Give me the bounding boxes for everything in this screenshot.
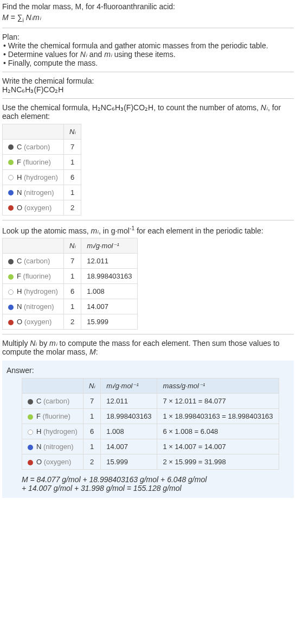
n-cell: 7 (83, 394, 100, 409)
element-cell: N (nitrogen) (3, 299, 64, 314)
n-cell: 6 (83, 424, 100, 439)
element-swatch-icon (28, 445, 33, 450)
element-swatch-icon (28, 460, 33, 465)
element-swatch-icon (8, 144, 14, 150)
divider (2, 334, 294, 334)
mult-colon: : (96, 348, 98, 356)
m-cell: 14.007 (81, 299, 138, 314)
element-swatch-icon (8, 205, 14, 211)
mass-cell: 1 × 14.007 = 14.007 (157, 439, 279, 454)
element-cell: C (carbon) (22, 394, 83, 409)
plan-b2-n: Nᵢ (80, 50, 87, 59)
element-swatch-icon (8, 320, 14, 325)
lookup-mi: mᵢ (91, 226, 99, 235)
divider (2, 72, 294, 72)
element-cell: C (carbon) (3, 139, 64, 154)
count-atoms: Use the chemical formula, H₂NC₆H₃(F)CO₂H… (2, 103, 294, 216)
divider (2, 98, 294, 99)
table-row: F (fluorine)118.9984031631 × 18.99840316… (22, 409, 279, 424)
n-cell: 1 (63, 154, 81, 169)
plan-b1: • Write the chemical formula and gather … (3, 41, 294, 50)
element-swatch-icon (8, 175, 14, 180)
n-cell: 7 (63, 139, 81, 154)
plan-b2-pre: • Determine values for (3, 50, 80, 59)
element-swatch-icon (28, 430, 33, 435)
element-cell: N (nitrogen) (3, 185, 64, 200)
element-cell: H (hydrogen) (3, 169, 64, 185)
lookup-mid: , in g·mol (99, 226, 130, 235)
mult-by: by (37, 339, 49, 348)
plan-b2: • Determine values for Nᵢ and mᵢ using t… (3, 50, 294, 59)
lookup-post: for each element in the periodic table: (134, 226, 263, 235)
intro-line1: Find the molar mass, M, for 4-fluoroanth… (2, 2, 294, 11)
m-cell: 15.999 (101, 454, 157, 470)
lookup-header-m: mᵢ/g·mol⁻¹ (81, 238, 138, 254)
element-swatch-icon (8, 274, 14, 280)
plan-b2-m: mᵢ (104, 50, 112, 59)
element-cell: F (fluorine) (3, 269, 64, 284)
ans-header-mass: mass/g·mol⁻¹ (157, 378, 279, 394)
mass-cell: 2 × 15.999 = 31.998 (157, 454, 279, 470)
plan: Plan: • Write the chemical formula and g… (2, 33, 294, 67)
write-formula: Write the chemical formula: H₂NC₆H₃(F)CO… (2, 77, 294, 94)
element-swatch-icon (8, 305, 14, 310)
n-cell: 1 (63, 185, 81, 200)
answer-table: Nᵢmᵢ/g·mol⁻¹mass/g·mol⁻¹ C (carbon)712.0… (22, 378, 279, 470)
lookup: Look up the atomic mass, mᵢ, in g·mol-1 … (2, 225, 294, 330)
multiply: Multiply Nᵢ by mᵢ to compute the mass fo… (2, 339, 294, 356)
n-cell: 6 (63, 284, 81, 299)
n-cell: 1 (83, 439, 100, 454)
table-row: F (fluorine)1 (3, 154, 81, 169)
chemical-formula: H₂NC₆H₃(F)CO₂H (2, 85, 294, 94)
table-row: C (carbon)7 (3, 139, 81, 154)
ans-header-m: mᵢ/g·mol⁻¹ (101, 378, 157, 394)
lookup-pre: Look up the atomic mass, (2, 226, 91, 235)
n-cell: 1 (63, 269, 81, 284)
m-cell: 15.999 (81, 314, 138, 330)
element-swatch-icon (28, 399, 33, 405)
n-cell: 2 (63, 314, 81, 330)
m-cell: 12.011 (101, 394, 157, 409)
plan-title: Plan: (2, 33, 294, 41)
element-cell: O (oxygen) (3, 314, 64, 330)
element-cell: H (hydrogen) (3, 284, 64, 299)
plan-b3: • Finally, compute the mass. (3, 59, 294, 67)
mult-mi: mᵢ (49, 339, 57, 348)
table-row: H (hydrogen)6 (3, 169, 81, 185)
n-cell: 6 (63, 169, 81, 185)
divider (2, 28, 294, 28)
plan-b2-mid: and (87, 50, 104, 59)
divider (2, 220, 294, 220)
element-cell: N (nitrogen) (22, 439, 83, 454)
m-cell: 14.007 (101, 439, 157, 454)
element-swatch-icon (8, 160, 14, 165)
mult-pre: Multiply (2, 339, 30, 348)
final-line1: M = 84.077 g/mol + 18.998403163 g/mol + … (22, 475, 289, 484)
n-cell: 1 (63, 299, 81, 314)
table-row: H (hydrogen)61.008 (3, 284, 138, 299)
m-cell: 18.998403163 (101, 409, 157, 424)
lookup-exp: -1 (130, 225, 134, 231)
element-cell: F (fluorine) (3, 154, 64, 169)
answer-label: Answer: (7, 366, 289, 375)
n-cell: 2 (63, 200, 81, 215)
count-pre: Use the chemical formula, (2, 103, 92, 112)
element-cell: O (oxygen) (22, 454, 83, 470)
element-cell: C (carbon) (3, 254, 64, 269)
element-cell: H (hydrogen) (22, 424, 83, 439)
count-formula: H₂NC₆H₃(F)CO₂H (92, 103, 153, 112)
count-ni: Nᵢ (261, 103, 268, 112)
mult-ni: Nᵢ (30, 339, 37, 348)
table-row: C (carbon)712.011 (3, 254, 138, 269)
mass-cell: 7 × 12.011 = 84.077 (157, 394, 279, 409)
ans-header-n: Nᵢ (83, 378, 100, 394)
mass-cell: 6 × 1.008 = 6.048 (157, 424, 279, 439)
table-row: C (carbon)712.0117 × 12.011 = 84.077 (22, 394, 279, 409)
table-row: N (nitrogen)1 (3, 185, 81, 200)
lookup-header-n: Nᵢ (63, 238, 81, 254)
count-mid: , to count the number of atoms, (153, 103, 261, 112)
mass-cell: 1 × 18.998403163 = 18.998403163 (157, 409, 279, 424)
element-swatch-icon (28, 414, 33, 420)
write-formula-title: Write the chemical formula: (2, 77, 294, 85)
intro: Find the molar mass, M, for 4-fluoroanth… (2, 2, 294, 23)
